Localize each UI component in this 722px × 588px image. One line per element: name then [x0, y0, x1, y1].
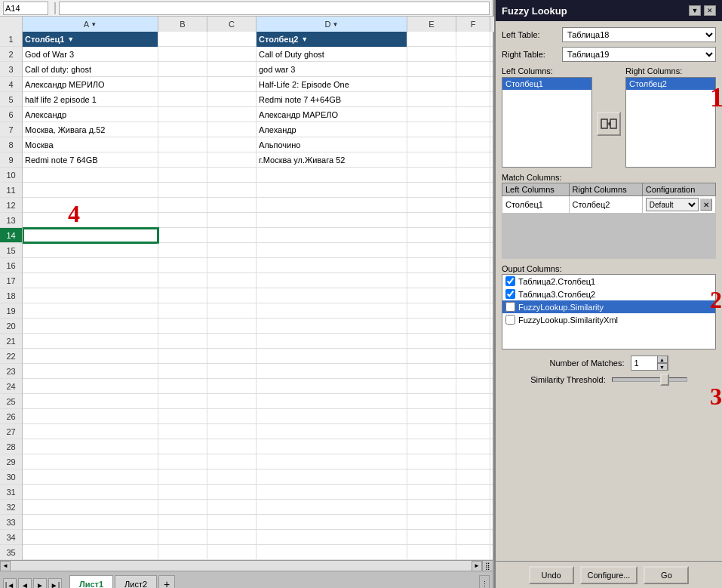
output-item-3[interactable]: FuzzyLookup.SimilarityXml	[502, 313, 715, 326]
slider-thumb[interactable]	[660, 374, 669, 386]
cell-12-6[interactable]	[490, 198, 493, 213]
cell-8-3[interactable]: Альпочино	[257, 137, 407, 152]
cell-30-5[interactable]	[456, 469, 490, 485]
cell-28-4[interactable]	[407, 439, 456, 454]
cell-22-1[interactable]	[158, 349, 207, 364]
cell-14-0[interactable]	[23, 228, 158, 243]
left-columns-listbox[interactable]: Столбец1	[502, 77, 592, 168]
add-sheet-btn[interactable]: +	[158, 575, 175, 588]
cell-33-0[interactable]	[23, 515, 158, 530]
cell-23-6[interactable]	[490, 364, 493, 379]
output-listbox[interactable]: Таблица2.Столбец1 Таблица3.Столбец2 Fuzz…	[502, 274, 716, 349]
join-columns-btn[interactable]	[597, 112, 621, 136]
cell-4-5[interactable]	[456, 77, 490, 92]
cell-10-3[interactable]	[257, 168, 407, 183]
tab-last-btn[interactable]: ►|	[48, 578, 62, 588]
configure-btn[interactable]: Configure...	[580, 566, 638, 584]
cell-13-2[interactable]	[207, 213, 257, 228]
cell-25-0[interactable]	[23, 394, 158, 409]
cell-10-4[interactable]	[407, 168, 456, 183]
col-a-dropdown[interactable]: ▼	[91, 21, 97, 28]
cell-18-0[interactable]	[23, 288, 158, 303]
cell-22-5[interactable]	[456, 349, 490, 364]
cell-8-5[interactable]	[456, 137, 490, 152]
cell-9-0[interactable]: Redmi note 7 64GB	[23, 152, 158, 168]
output-cb-3[interactable]	[505, 315, 515, 325]
cell-3-0[interactable]: Call of duty: ghost	[23, 62, 158, 77]
cell-14-1[interactable]	[158, 228, 207, 243]
cell-6-0[interactable]: Александр	[23, 107, 158, 122]
cell-31-5[interactable]	[456, 485, 490, 500]
cell-28-2[interactable]	[207, 439, 257, 454]
cell-17-3[interactable]	[257, 273, 407, 288]
cell-11-3[interactable]	[257, 183, 407, 198]
cell-16-0[interactable]	[23, 258, 158, 273]
cell-27-4[interactable]	[407, 424, 456, 439]
cell-29-5[interactable]	[456, 454, 490, 469]
cell-26-1[interactable]	[158, 409, 207, 424]
cell-27-5[interactable]	[456, 424, 490, 439]
cell-16-2[interactable]	[207, 258, 257, 273]
cell-6-4[interactable]	[407, 107, 456, 122]
cell-14-2[interactable]	[207, 228, 257, 243]
cell-8-2[interactable]	[207, 137, 257, 152]
cell-31-1[interactable]	[158, 485, 207, 500]
cell-28-6[interactable]	[490, 439, 493, 454]
cell-2-4[interactable]	[407, 47, 456, 62]
undo-btn[interactable]: Undo	[529, 566, 574, 584]
cell-21-0[interactable]	[23, 334, 158, 349]
cell-2-0[interactable]: God of War 3	[23, 47, 158, 62]
cell-12-0[interactable]	[23, 198, 158, 213]
cell-8-0[interactable]: Москва	[23, 137, 158, 152]
cell-1-4[interactable]	[407, 32, 456, 47]
cell-17-1[interactable]	[158, 273, 207, 288]
cell-22-6[interactable]	[490, 349, 493, 364]
output-cb-0[interactable]	[505, 276, 515, 286]
cell-4-2[interactable]	[207, 77, 257, 92]
cell-15-3[interactable]	[257, 243, 407, 258]
cell-5-3[interactable]: Redmi note 7 4+64GB	[257, 92, 407, 107]
cell-28-0[interactable]	[23, 439, 158, 454]
cell-11-0[interactable]	[23, 183, 158, 198]
cell-5-0[interactable]: half life 2 episode 1	[23, 92, 158, 107]
cell-13-0[interactable]	[23, 213, 158, 228]
col-header-b[interactable]: B	[158, 17, 207, 32]
cell-7-3[interactable]: Алехандр	[257, 122, 407, 137]
go-btn[interactable]: Go	[644, 566, 689, 584]
cell-34-6[interactable]	[490, 530, 493, 545]
cell-15-5[interactable]	[456, 243, 490, 258]
sheet-tab-2[interactable]: Лист2	[115, 575, 157, 588]
cell-3-6[interactable]	[490, 62, 493, 77]
cell-18-5[interactable]	[456, 288, 490, 303]
cell-14-4[interactable]	[407, 228, 456, 243]
right-table-select[interactable]: Таблица19 Таблица18	[562, 47, 716, 62]
cell-33-6[interactable]	[490, 515, 493, 530]
cell-5-2[interactable]	[207, 92, 257, 107]
cell-29-0[interactable]	[23, 454, 158, 469]
cell-1-6[interactable]	[490, 32, 493, 47]
cell-16-1[interactable]	[158, 258, 207, 273]
cell-25-3[interactable]	[257, 394, 407, 409]
cell-9-4[interactable]	[407, 152, 456, 168]
cell-34-3[interactable]	[257, 530, 407, 545]
cell-14-3[interactable]	[257, 228, 407, 243]
cell-6-3[interactable]: Александр МАРЕЛО	[257, 107, 407, 122]
cell-35-1[interactable]	[158, 545, 207, 560]
cell-32-0[interactable]	[23, 500, 158, 515]
cell-16-4[interactable]	[407, 258, 456, 273]
cell-10-6[interactable]	[490, 168, 493, 183]
col-header-f[interactable]: F	[456, 17, 490, 32]
cell-11-1[interactable]	[158, 183, 207, 198]
cell-29-1[interactable]	[158, 454, 207, 469]
cell-26-5[interactable]	[456, 409, 490, 424]
left-col-item[interactable]: Столбец1	[502, 78, 591, 90]
cell-34-4[interactable]	[407, 530, 456, 545]
cell-18-6[interactable]	[490, 288, 493, 303]
cell-25-4[interactable]	[407, 394, 456, 409]
cell-4-6[interactable]	[490, 77, 493, 92]
left-table-select[interactable]: Таблица18 Таблица19	[562, 27, 716, 42]
cell-25-6[interactable]	[490, 394, 493, 409]
cell-29-6[interactable]	[490, 454, 493, 469]
formula-input[interactable]	[59, 2, 490, 15]
cell-19-5[interactable]	[456, 303, 490, 319]
